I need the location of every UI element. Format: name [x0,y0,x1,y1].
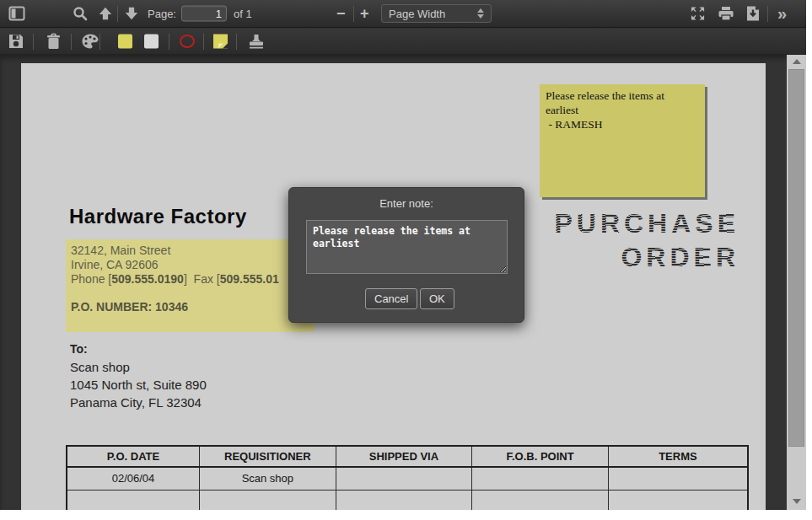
more-tools-button[interactable]: » [777,5,787,22]
separator [117,6,118,22]
cancel-button[interactable]: Cancel [365,288,417,309]
separator [353,6,354,22]
annotation-toolbar [0,29,806,55]
cell-empty [200,490,336,510]
select-arrows-icon [477,8,484,19]
po-table: P.O. DATE REQUISITIONER SHIPPED VIA F.O.… [66,445,749,510]
highlight-annotation[interactable]: 32142, Main Street Irvine, CA 92606 Phon… [66,239,315,332]
highlight-color-yellow-button[interactable] [118,35,132,49]
col-shipped-via: SHIPPED VIA [336,446,472,467]
arrow-up-icon [98,6,113,21]
fullscreen-icon [690,6,706,22]
enter-note-dialog: Enter note: Please release the items at … [288,187,524,323]
to-line3: Panama City, FL 32304 [70,394,207,411]
scrollbar-thumb[interactable] [788,69,804,447]
table-row: 02/06/04 Scan shop [67,467,748,490]
printer-icon [718,6,734,21]
cell-po-date: 02/06/04 [67,467,200,490]
cell-shipped-via [336,467,472,490]
scroll-up-icon [793,59,801,64]
previous-page-button[interactable] [98,6,113,21]
sidebar-toggle-icon [8,6,25,21]
search-button[interactable] [73,6,88,21]
scroll-down-icon [793,499,801,504]
to-line1: Scan shop [70,358,207,376]
recipient-block: To: Scan shop 1045 North st, Suite 890 P… [70,340,207,411]
arrow-down-icon [124,6,139,21]
col-terms: TERMS [608,446,748,467]
scroll-up-button[interactable] [787,55,806,67]
separator [236,34,237,50]
cell-empty [336,490,472,510]
sticky-note-tool-button[interactable] [213,35,228,49]
company-name: Hardware Factory [69,205,247,228]
sticky-note-line1: Please release the items at earliest [546,88,699,117]
table-row [67,490,748,510]
page-label: Page: [148,8,176,20]
highlight-color-white-button[interactable] [144,35,159,49]
cell-terms [608,467,748,490]
stamp-icon [248,34,265,50]
white-swatch-icon [144,35,159,49]
zoom-level-value: Page Width [389,8,477,20]
color-picker-button[interactable] [82,34,99,49]
download-icon [745,6,761,22]
cell-empty [67,490,200,510]
ellipse-annotation-button[interactable] [180,35,195,48]
save-icon [8,34,24,49]
sticky-note-icon [213,35,228,49]
download-button[interactable] [745,6,761,22]
trash-icon [46,34,61,50]
page-count-label: of 1 [234,8,252,20]
zoom-level-select[interactable]: Page Width [381,4,492,23]
palette-icon [82,34,99,49]
separator [99,34,100,50]
cell-empty [608,490,748,510]
to-label: To: [70,340,207,358]
note-textarea[interactable]: Please release the items at earliest [306,220,508,274]
cell-requisitioner: Scan shop [200,467,336,490]
po-number: P.O. NUMBER: 10346 [71,300,315,314]
pdf-annotation-viewer: Page: of 1 − + Page Width [0,0,812,520]
red-circle-icon [180,35,195,48]
scroll-down-button[interactable] [787,495,806,507]
separator [71,34,72,50]
zoom-in-button[interactable]: + [360,5,369,23]
page-number-input[interactable] [181,6,227,22]
sidebar-toggle-button[interactable] [8,6,25,21]
ok-button[interactable]: OK [420,288,454,309]
yellow-swatch-icon [118,35,132,49]
phone-fax-line: Phone [509.555.0190] Fax [509.555.01 [71,272,315,287]
presentation-mode-button[interactable] [690,6,706,22]
print-button[interactable] [718,6,734,21]
address-line1: 32142, Main Street [71,244,315,258]
cell-empty [472,490,609,510]
zoom-out-button[interactable]: − [336,5,346,23]
delete-annotation-button[interactable] [46,34,61,50]
search-icon [73,6,88,21]
col-po-date: P.O. DATE [67,446,200,467]
stamp-texture-overlay [514,206,742,277]
to-line2: 1045 North st, Suite 890 [70,376,207,394]
sticky-note-line2: - RAMESH [546,117,699,131]
dialog-title: Enter note: [289,197,524,210]
address-line2: Irvine, CA 92606 [71,258,315,272]
separator [33,34,34,50]
separator [169,34,169,50]
vertical-scrollbar [787,55,806,510]
sticky-note-annotation[interactable]: Please release the items at earliest - R… [540,84,705,197]
main-toolbar: Page: of 1 − + Page Width [0,0,806,28]
table-header-row: P.O. DATE REQUISITIONER SHIPPED VIA F.O.… [67,446,748,467]
separator [203,34,204,50]
next-page-button[interactable] [124,6,139,21]
cell-fob-point [472,467,609,490]
save-button[interactable] [8,34,24,49]
col-fob-point: F.O.B. POINT [472,446,609,467]
col-requisitioner: REQUISITIONER [200,446,336,467]
stamp-tool-button[interactable] [248,34,265,50]
separator [767,6,768,22]
